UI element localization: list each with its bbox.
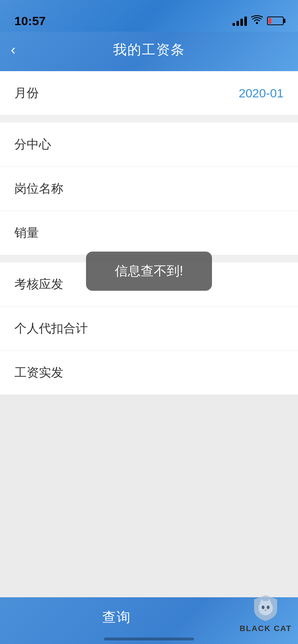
position-row: 岗位名称 [0,167,298,211]
query-button[interactable]: 查询 [102,608,131,626]
actual-salary-row: 工资实发 [0,351,298,395]
position-label: 岗位名称 [14,180,63,197]
black-cat-logo: BLACK CAT [233,594,298,640]
wifi-icon [251,15,263,27]
status-icons [232,15,284,27]
gray-area [0,395,298,603]
deduction-label: 个人代扣合计 [14,320,88,337]
battery-icon [267,17,284,25]
black-cat-text: BLACK CAT [240,624,292,633]
month-value: 2020-01 [239,86,284,100]
content-area: 月份 2020-01 分中心 岗位名称 销量 考核应发 个人代扣合计 工资实发 [0,71,298,395]
status-bar: 10:57 [0,0,298,32]
svg-point-5 [267,606,270,609]
month-row: 月份 2020-01 [0,71,298,115]
deduction-row: 个人代扣合计 [0,307,298,351]
toast-popup: 信息查不到! [86,252,212,291]
svg-point-0 [256,22,258,24]
bottom-bar: 查询 BLACK CAT [0,597,298,644]
cat-shield-icon [253,594,279,622]
svg-point-4 [262,606,265,609]
section-separator-1 [0,115,298,123]
nav-bar: ‹ 我的工资条 [0,32,298,71]
status-time: 10:57 [14,14,46,28]
month-label: 月份 [14,85,39,101]
toast-message: 信息查不到! [115,263,183,278]
page-title: 我的工资条 [113,41,185,59]
signal-icon [232,16,247,26]
home-indicator [104,638,194,640]
assessment-label: 考核应发 [14,276,63,293]
sales-label: 销量 [14,225,39,241]
back-button[interactable]: ‹ [11,42,15,57]
query-button-area[interactable]: 查询 [0,608,233,626]
svg-point-6 [265,610,267,611]
branch-label: 分中心 [14,136,51,153]
sales-row: 销量 [0,211,298,255]
actual-salary-label: 工资实发 [14,364,63,381]
branch-row: 分中心 [0,123,298,167]
